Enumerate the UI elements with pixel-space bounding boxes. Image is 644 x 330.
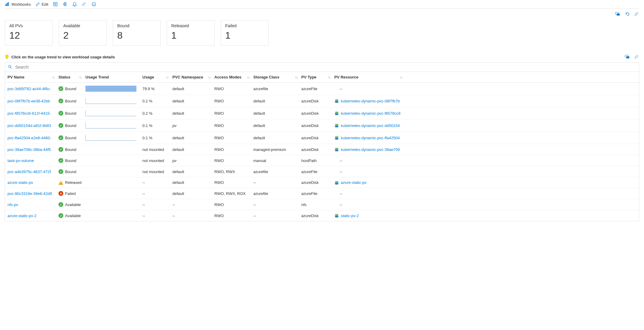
col-storage-class[interactable]: Storage Class↑↓ bbox=[253, 75, 301, 79]
col-pvc-namespace[interactable]: PVC Namespace↑↓ bbox=[172, 75, 214, 79]
svg-rect-0 bbox=[5, 4, 6, 6]
pv-resource-link[interactable]: kubernetes-dynamic-pvc-38ae709 bbox=[334, 147, 406, 152]
access-modes-cell: RWO, RWX, ROX bbox=[214, 191, 253, 196]
refresh-icon[interactable] bbox=[63, 2, 67, 7]
namespace-cell: default bbox=[172, 136, 214, 140]
pv-type-cell: nfs bbox=[301, 202, 334, 207]
col-pv-type[interactable]: PV Type↑↓ bbox=[301, 75, 334, 79]
svg-point-15 bbox=[335, 102, 338, 103]
svg-rect-2 bbox=[8, 2, 9, 6]
save-icon[interactable] bbox=[53, 2, 58, 7]
search-bar[interactable] bbox=[5, 62, 639, 72]
col-pv-name[interactable]: PV Name↑↓ bbox=[7, 75, 58, 79]
storage-class-cell: -- bbox=[253, 180, 301, 185]
tile[interactable]: All PVs 12 bbox=[5, 20, 53, 46]
pv-name-link[interactable]: pvc-f8578cc8-611f-4415- bbox=[7, 111, 58, 116]
pv-resource-link[interactable]: kubernetes-dynamic-pvc-dd50154 bbox=[334, 123, 406, 128]
svg-point-11 bbox=[9, 66, 11, 68]
status-cell: ✕Failed bbox=[58, 191, 85, 196]
edit-button[interactable]: Edit bbox=[36, 2, 48, 7]
namespace-cell: -- bbox=[172, 214, 214, 218]
tile-value: 12 bbox=[9, 30, 48, 41]
pv-name-link[interactable]: azure-static-pv bbox=[7, 180, 58, 185]
tile[interactable]: Failed 1 bbox=[221, 20, 269, 46]
pv-resource-link[interactable]: kubernetes-dynamic-pvc-ffa42504 bbox=[334, 136, 406, 140]
workbooks-button[interactable]: Workbooks bbox=[5, 2, 31, 7]
pv-type-cell: azureDisk bbox=[301, 214, 334, 218]
table-header: PV Name↑↓ Status↑↓ Usage Trend Usage↑↓ P… bbox=[5, 72, 639, 83]
col-access-modes[interactable]: Access Modes↑↓ bbox=[214, 75, 253, 79]
smile-icon[interactable] bbox=[91, 2, 96, 7]
search-input[interactable] bbox=[15, 64, 636, 70]
pv-resource-link[interactable]: kubernetes-dynamic-pvc-08f7fb7b bbox=[334, 99, 406, 103]
storage-class-cell: -- bbox=[253, 202, 301, 207]
svg-point-30 bbox=[335, 183, 338, 184]
tile-value: 2 bbox=[63, 30, 102, 41]
pin-icon[interactable] bbox=[634, 12, 639, 16]
access-modes-cell: RWO bbox=[214, 99, 253, 103]
namespace-cell: default bbox=[172, 147, 214, 152]
usage-cell: 0.1 % bbox=[142, 123, 172, 128]
pv-name-link[interactable]: pvc-3d95f782-ac44-4f6c- bbox=[7, 87, 58, 91]
access-modes-cell: RWO bbox=[214, 214, 253, 218]
storage-class-cell: azurefile bbox=[253, 87, 301, 91]
svg-point-19 bbox=[335, 124, 338, 125]
chat-icon[interactable] bbox=[615, 12, 620, 16]
usage-trend-bar[interactable] bbox=[85, 86, 136, 92]
pv-name-link[interactable]: pvc-38ae709c-38ba-44f5 bbox=[7, 147, 58, 152]
table-row: pvc-3d95f782-ac44-4f6c- ✓Bound 79.9 % de… bbox=[5, 83, 639, 95]
tile-value: 1 bbox=[225, 30, 264, 41]
col-usage[interactable]: Usage↑↓ bbox=[142, 75, 172, 79]
pv-name-link[interactable]: pvc-a4b3975c-4637-472f bbox=[7, 169, 58, 174]
storage-class-cell: default bbox=[253, 123, 301, 128]
usage-trend-bar[interactable] bbox=[85, 110, 136, 116]
pv-type-cell: azureFile bbox=[301, 87, 334, 91]
hint-text: Click on the usage trend to view workloa… bbox=[11, 55, 115, 59]
svg-point-27 bbox=[335, 150, 338, 152]
storage-class-cell: default bbox=[253, 136, 301, 140]
tile[interactable]: Released 1 bbox=[167, 20, 215, 46]
pv-type-cell: azureDisk bbox=[301, 180, 334, 185]
usage-trend-bar[interactable] bbox=[85, 135, 136, 141]
svg-point-5 bbox=[94, 3, 95, 4]
usage-trend-bar[interactable] bbox=[85, 122, 136, 128]
svg-point-24 bbox=[335, 138, 338, 140]
check-icon: ✓ bbox=[58, 158, 63, 163]
pin-icon[interactable] bbox=[634, 55, 639, 59]
pv-resource-link[interactable]: azure-static-pv bbox=[334, 180, 406, 185]
svg-point-18 bbox=[335, 114, 338, 115]
table-row: nfs-pv ✓Available -- -- RWO -- nfs -- bbox=[5, 199, 639, 210]
tile-label: Bound bbox=[117, 23, 156, 28]
top-toolbar: Workbooks Edit bbox=[5, 0, 639, 9]
notify-icon[interactable] bbox=[72, 2, 77, 7]
svg-rect-1 bbox=[7, 3, 7, 6]
access-modes-cell: RWO, RWX bbox=[214, 169, 253, 174]
col-status[interactable]: Status↑↓ bbox=[58, 75, 85, 79]
hint-row: Click on the usage trend to view workloa… bbox=[5, 55, 639, 59]
namespace-cell: default bbox=[172, 169, 214, 174]
storage-class-cell: manual bbox=[253, 158, 301, 163]
pv-name-link[interactable]: pvc-90c3319e-39e6-42d9 bbox=[7, 191, 58, 196]
pv-name-link[interactable]: task-pv-volume bbox=[7, 158, 58, 163]
pv-name-link[interactable]: pvc-08f7fb7b-ee38-42bb bbox=[7, 99, 58, 103]
tile[interactable]: Bound 8 bbox=[113, 20, 161, 46]
pin-icon[interactable] bbox=[82, 2, 87, 7]
table-row: pvc-90c3319e-39e6-42d9 ✕Failed -- defaul… bbox=[5, 188, 639, 199]
tile-label: Failed bbox=[225, 23, 264, 28]
usage-cell: -- bbox=[142, 180, 172, 185]
undo-icon[interactable] bbox=[625, 12, 630, 16]
pv-name-link[interactable]: nfs-pv bbox=[7, 202, 58, 207]
chat-icon[interactable] bbox=[625, 55, 630, 59]
namespace-cell: pv bbox=[172, 158, 214, 163]
col-usage-trend[interactable]: Usage Trend bbox=[85, 75, 142, 79]
pv-name-link[interactable]: pvc-ffa42504-e2e8-4460- bbox=[7, 136, 58, 140]
tile[interactable]: Available 2 bbox=[59, 20, 107, 46]
pv-resource-link[interactable]: static-pv-2 bbox=[334, 214, 406, 218]
access-modes-cell: RWO bbox=[214, 158, 253, 163]
col-pv-resource[interactable]: PV Resource↑↓ bbox=[334, 75, 406, 79]
usage-trend-bar[interactable] bbox=[85, 98, 136, 104]
pv-resource-link[interactable]: kubernetes-dynamic-pvc-f8578cc8 bbox=[334, 111, 406, 116]
pv-name-link[interactable]: pvc-dd50154d-a91f-4b83 bbox=[7, 123, 58, 128]
pv-name-link[interactable]: azure-static-pv-2 bbox=[7, 214, 58, 218]
pv-resource-text: -- bbox=[334, 169, 406, 174]
